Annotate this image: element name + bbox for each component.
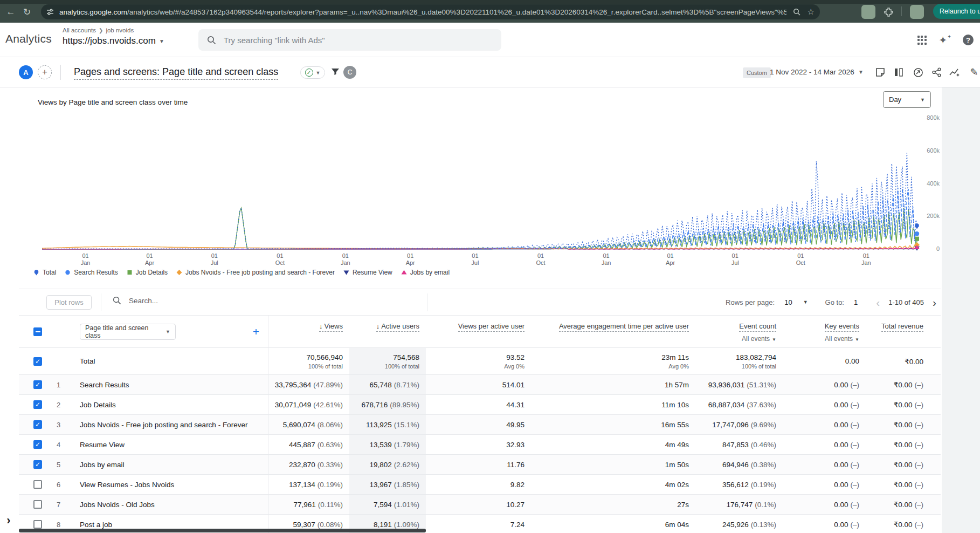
column-header[interactable]: Views per active user xyxy=(426,316,531,347)
row-checkbox[interactable] xyxy=(33,480,42,489)
apps-grid-icon[interactable] xyxy=(915,33,929,47)
row-checkbox[interactable]: ✓ xyxy=(33,380,42,389)
metric-cell: 183,082,794100% of total xyxy=(695,348,783,374)
filter-icon[interactable] xyxy=(330,67,340,77)
profile-badge[interactable]: A xyxy=(19,65,33,79)
row-checkbox[interactable]: ✓ xyxy=(33,420,42,429)
extension-avatar[interactable] xyxy=(861,5,875,19)
event-filter-dropdown[interactable]: All events▼ xyxy=(742,335,776,343)
date-range-selector[interactable]: 1 Nov 2022 - 14 Mar 2026 xyxy=(770,68,854,76)
bookmark-star-icon[interactable]: ☆ xyxy=(808,7,815,17)
table-search-input[interactable]: Search... xyxy=(113,296,158,305)
site-info-icon[interactable] xyxy=(46,8,54,16)
dimension-dropdown[interactable]: Page title and screen class ▼ xyxy=(80,324,176,340)
metric-cell: 32.93 xyxy=(426,435,531,454)
help-icon[interactable]: ? xyxy=(961,33,975,47)
column-header[interactable]: Key eventsAll events▼ xyxy=(783,316,866,347)
legend-item[interactable]: Total xyxy=(33,269,56,276)
breadcrumb-root[interactable]: All accounts xyxy=(63,27,96,33)
chevron-down-icon: ▼ xyxy=(920,97,925,102)
metric-cell: 19,802(2.62%) xyxy=(349,455,426,474)
metric-cell: 514.01 xyxy=(426,375,531,394)
add-dimension-button[interactable]: + xyxy=(253,325,259,338)
divider xyxy=(427,293,427,311)
back-icon[interactable]: ← xyxy=(4,5,17,18)
extensions-puzzle-icon[interactable] xyxy=(882,5,895,18)
series-line-pin xyxy=(42,153,917,249)
legend-item[interactable]: Search Results xyxy=(65,269,118,276)
row-index: 4 xyxy=(57,441,73,449)
table-row[interactable]: 7Jobs Nvoids - Old Jobs77,961(0.11%)7,59… xyxy=(19,495,941,515)
nav-expand-chevron[interactable]: › xyxy=(2,514,15,528)
edit-pencil-icon[interactable]: ✎ xyxy=(968,66,980,78)
header-checkbox-cell[interactable] xyxy=(19,316,57,347)
table-row[interactable]: ✓2Job Details30,071,049(42.61%)678,716(8… xyxy=(19,395,941,415)
table-search-placeholder: Search... xyxy=(129,297,158,305)
global-search-input[interactable]: Try searching "link with Ads" xyxy=(198,29,501,51)
column-header[interactable]: ↓Active users xyxy=(349,316,426,347)
compare-icon[interactable] xyxy=(893,66,905,78)
add-badge-button[interactable]: + xyxy=(38,65,52,79)
select-all-checkbox[interactable] xyxy=(33,327,42,336)
metric-cell: 0.00(–) xyxy=(783,495,866,514)
row-checkbox[interactable]: ✓ xyxy=(33,400,42,409)
rows-per-page-select[interactable]: 10 xyxy=(784,298,792,306)
go-to-input[interactable]: 1 xyxy=(854,298,858,306)
zoom-page-icon[interactable] xyxy=(793,8,801,16)
column-header[interactable]: ↓Views xyxy=(268,316,349,347)
table-row[interactable]: ✓3Jobs Nvoids - Free job posting and sea… xyxy=(19,415,941,435)
legend-item[interactable]: Resume View xyxy=(343,269,392,276)
benchmark-icon[interactable] xyxy=(912,66,924,78)
relaunch-button[interactable]: Relaunch to up... xyxy=(933,4,980,19)
table-row[interactable]: ✓4Resume View445,887(0.63%)13,539(1.79%)… xyxy=(19,435,941,455)
breadcrumb-current[interactable]: job nvoids xyxy=(106,27,134,33)
granularity-dropdown[interactable]: Day ▼ xyxy=(883,91,931,108)
event-filter-dropdown[interactable]: All events▼ xyxy=(825,335,859,343)
prev-page-icon[interactable]: ‹ xyxy=(873,297,883,308)
report-title[interactable]: Pages and screens: Page title and screen… xyxy=(74,66,278,80)
notes-icon[interactable] xyxy=(874,66,886,78)
reload-icon[interactable]: ↻ xyxy=(20,5,33,18)
legend-item[interactable]: Jobs Nvoids - Free job posting and searc… xyxy=(176,269,335,276)
y-axis-tick: 800k xyxy=(918,114,940,121)
collaborator-badge[interactable]: C xyxy=(343,66,356,79)
metric-cell: 30,071,049(42.61%) xyxy=(268,395,349,414)
row-checkbox[interactable] xyxy=(33,500,42,509)
table-row[interactable]: ✓5Jobs by email232,870(0.33%)19,802(2.62… xyxy=(19,455,941,475)
chevron-down-icon[interactable]: ▼ xyxy=(803,299,808,305)
share-icon[interactable] xyxy=(930,66,942,78)
row-checkbox[interactable]: ✓ xyxy=(33,357,42,366)
property-selector[interactable]: https://jobs.nvoids.com ▼ xyxy=(63,36,164,46)
legend-item[interactable]: Job Details xyxy=(127,269,168,276)
column-header[interactable]: Total revenue xyxy=(866,316,930,347)
table-row[interactable]: 6View Resumes - Jobs Nvoids137,134(0.19%… xyxy=(19,475,941,495)
metric-cell: 16m 55s xyxy=(531,415,695,434)
row-dimension-value: Jobs Nvoids - Old Jobs xyxy=(73,495,268,514)
sparkle-ai-icon[interactable]: ✦✦ xyxy=(938,33,952,47)
date-mode-chip: Custom xyxy=(743,67,771,78)
row-checkbox[interactable]: ✓ xyxy=(33,460,42,469)
row-checkbox[interactable] xyxy=(33,520,42,529)
timeseries-chart[interactable] xyxy=(42,118,917,251)
saved-state-badge[interactable]: ✓ ▼ xyxy=(300,66,325,79)
breadcrumb[interactable]: All accounts ❯ job nvoids xyxy=(63,27,134,33)
legend-square-icon xyxy=(127,270,133,276)
table-row[interactable]: ✓1Search Results33,795,364(47.89%)65,748… xyxy=(19,375,941,395)
legend-label: Resume View xyxy=(353,269,392,276)
insights-icon[interactable] xyxy=(949,66,961,78)
address-bar[interactable]: analytics.google.com/analytics/web/#/a24… xyxy=(41,4,820,19)
horizontal-scrollbar[interactable] xyxy=(19,529,426,532)
plot-rows-button[interactable]: Plot rows xyxy=(46,295,92,310)
next-page-icon[interactable]: › xyxy=(929,297,940,308)
column-header[interactable]: Average engagement time per active user xyxy=(531,316,695,347)
profile-avatar[interactable] xyxy=(910,5,924,19)
metric-cell: 0.00(–) xyxy=(783,455,866,474)
column-header[interactable]: Event countAll events▼ xyxy=(695,316,783,347)
table-controls: Plot rows Search... Rows per page: 10 ▼ … xyxy=(19,289,941,316)
metric-cell: ₹0.00 xyxy=(866,348,930,374)
row-index: 5 xyxy=(57,461,73,469)
row-checkbox[interactable]: ✓ xyxy=(33,440,42,449)
legend-item[interactable]: Jobs by email xyxy=(401,269,450,276)
chevron-down-icon[interactable]: ▼ xyxy=(858,69,864,75)
metric-cell: 5,690,074(8.06%) xyxy=(268,415,349,434)
